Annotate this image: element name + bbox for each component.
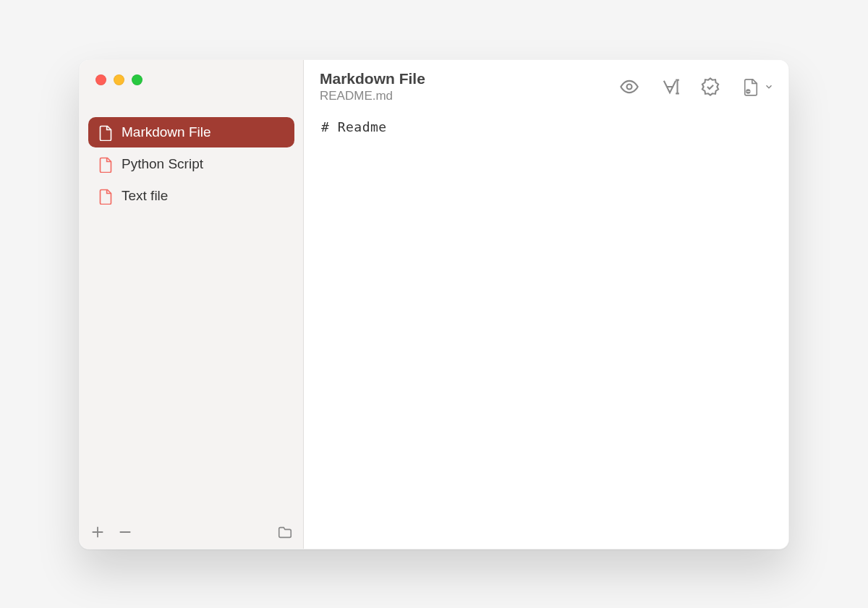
remove-button[interactable] — [117, 524, 133, 540]
close-window-button[interactable] — [95, 74, 106, 85]
editor-content[interactable]: # Readme — [304, 111, 788, 143]
sidebar-footer — [80, 515, 303, 549]
file-item-label: Python Script — [122, 156, 203, 172]
svg-point-9 — [749, 90, 749, 91]
svg-point-8 — [748, 90, 749, 91]
file-item-markdown[interactable]: Markdown File — [88, 117, 294, 147]
maximize-window-button[interactable] — [132, 74, 142, 85]
document-filename: README.md — [320, 89, 425, 103]
document-icon — [98, 124, 113, 140]
title-block: Markdown File README.md — [320, 70, 425, 103]
text-cursor-button[interactable] — [660, 77, 680, 97]
add-button[interactable] — [90, 524, 106, 540]
verified-badge-button[interactable] — [700, 77, 720, 97]
traffic-lights — [80, 60, 303, 98]
preview-button[interactable] — [619, 77, 639, 97]
main-panel: Markdown File README.md — [304, 60, 788, 549]
file-options-button[interactable] — [741, 77, 774, 97]
file-item-python[interactable]: Python Script — [88, 149, 294, 179]
folder-button[interactable] — [277, 524, 293, 540]
file-list: Markdown File Python Script — [80, 117, 303, 211]
document-icon — [98, 188, 113, 204]
file-item-label: Markdown File — [122, 124, 211, 140]
sidebar: Markdown File Python Script — [80, 60, 304, 549]
file-item-text[interactable]: Text file — [88, 181, 294, 211]
toolbar — [619, 77, 774, 97]
document-icon — [98, 156, 113, 172]
main-header: Markdown File README.md — [304, 60, 788, 111]
document-title: Markdown File — [320, 70, 425, 87]
chevron-down-icon — [764, 82, 774, 92]
svg-point-3 — [627, 84, 632, 89]
file-item-label: Text file — [122, 188, 168, 204]
file-options-icon — [741, 77, 761, 97]
app-window: Markdown File Python Script — [79, 59, 789, 549]
minimize-window-button[interactable] — [114, 74, 124, 85]
svg-point-7 — [746, 90, 747, 91]
